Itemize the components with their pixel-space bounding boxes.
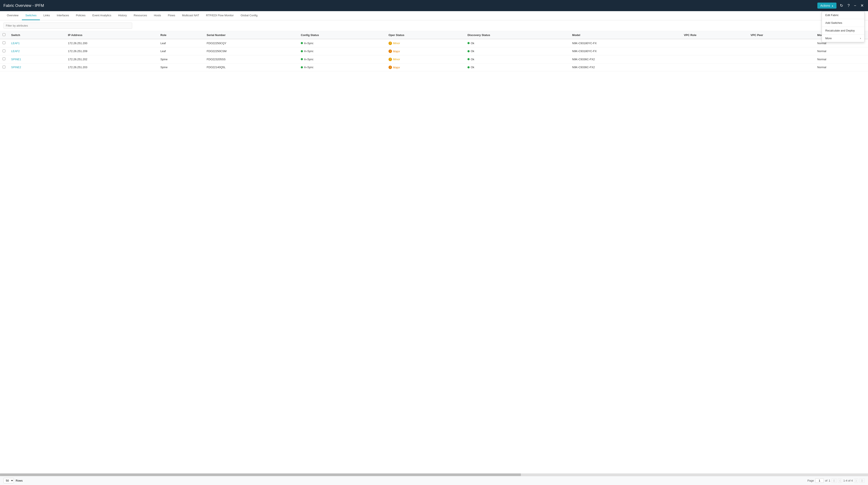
actions-button[interactable]: Actions ▲ <box>817 3 837 8</box>
row-checkbox-cell[interactable] <box>0 39 8 47</box>
switch-name-cell[interactable]: LEAF2 <box>8 47 65 55</box>
col-vpc-peer: VPC Peer <box>748 31 815 39</box>
page-label: Page <box>807 479 814 482</box>
close-button[interactable]: ✕ <box>860 2 865 9</box>
first-page-button[interactable]: ⟨⟨ <box>832 478 837 483</box>
dropdown-item-more[interactable]: More › <box>822 34 864 42</box>
oper-status-badge: ! Minor <box>389 42 400 45</box>
tab-flows[interactable]: Flows <box>164 11 179 20</box>
filter-bar: Actions ▾ <box>0 20 868 31</box>
oper-status-cell: ! Minor <box>386 39 465 47</box>
config-status-dot <box>301 58 303 60</box>
page-controls: Page of 1 ⟨⟨ ⟨ 1-4 of 4 ⟩ ⟩⟩ <box>807 478 865 483</box>
actions-dropdown: Edit Fabric Add Switches Recalculate and… <box>822 11 865 42</box>
tab-rtp-edi[interactable]: RTP/EDI Flow Monitor <box>203 11 237 20</box>
config-status-label: In-Sync <box>304 66 313 69</box>
serial-number-cell: FDO22250CQY <box>204 39 298 47</box>
total-pages: 1 <box>829 479 830 482</box>
tab-interfaces[interactable]: Interfaces <box>54 11 72 20</box>
discovery-status-cell: Ok <box>465 47 569 55</box>
dropdown-item-recalculate-deploy[interactable]: Recalculate and Deploy <box>822 27 864 34</box>
switch-name-cell[interactable]: SPINE1 <box>8 55 65 63</box>
minimize-button[interactable]: − <box>853 3 857 9</box>
discovery-status-badge: Ok <box>467 58 474 61</box>
switch-link[interactable]: LEAF2 <box>11 50 20 53</box>
tab-event-analytics[interactable]: Event Analytics <box>89 11 115 20</box>
ip-address-cell: 172.26.251.203 <box>65 63 158 71</box>
oper-status-label: Minor <box>393 58 400 61</box>
warning-icon: ! <box>389 50 392 53</box>
tab-overview[interactable]: Overview <box>3 11 22 20</box>
col-switch: Switch <box>8 31 65 39</box>
prev-page-button[interactable]: ⟨ <box>838 478 842 483</box>
switch-link[interactable]: LEAF1 <box>11 42 20 45</box>
model-cell: N9K-C93180YC-FX <box>569 39 681 47</box>
serial-number-cell: FDO22140Q5L <box>204 63 298 71</box>
ip-address-cell: 172.26.251.200 <box>65 39 158 47</box>
discovery-status-dot <box>467 58 470 60</box>
switch-name-cell[interactable]: LEAF1 <box>8 39 65 47</box>
help-button[interactable]: ? <box>846 3 850 9</box>
row-checkbox-cell[interactable] <box>0 55 8 63</box>
model-cell: N9K-C9336C-FX2 <box>569 63 681 71</box>
model-cell: N9K-C93180YC-FX <box>569 47 681 55</box>
rows-label: Rows <box>16 479 23 482</box>
tab-hosts[interactable]: Hosts <box>150 11 164 20</box>
tab-bar: Overview Switches Links Interfaces Polic… <box>0 11 868 20</box>
row-checkbox[interactable] <box>3 50 5 52</box>
switch-name-cell[interactable]: SPINE2 <box>8 63 65 71</box>
rows-per-page-select[interactable]: 50 25 10 <box>3 478 14 483</box>
next-page-button[interactable]: ⟩ <box>854 478 858 483</box>
discovery-status-dot <box>467 50 470 52</box>
ip-address-cell: 172.26.251.202 <box>65 55 158 63</box>
role-cell: Leaf <box>158 39 204 47</box>
last-page-button[interactable]: ⟩⟩ <box>860 478 865 483</box>
refresh-button[interactable]: ↻ <box>839 2 844 9</box>
page-input[interactable] <box>815 478 824 483</box>
tab-resources[interactable]: Resources <box>130 11 150 20</box>
col-config: Config Status <box>298 31 386 39</box>
tab-multicast-nat[interactable]: Multicast NAT <box>179 11 203 20</box>
tab-policies[interactable]: Policies <box>72 11 89 20</box>
row-checkbox-cell[interactable] <box>0 47 8 55</box>
tab-global-config[interactable]: Global Config <box>237 11 261 20</box>
vpc-role-cell <box>681 47 748 55</box>
discovery-status-cell: Ok <box>465 39 569 47</box>
tab-switches[interactable]: Switches <box>22 11 40 20</box>
serial-number-cell: FDO22250CSM <box>204 47 298 55</box>
tab-links[interactable]: Links <box>40 11 53 20</box>
main-content: Overview Switches Links Interfaces Polic… <box>0 11 868 485</box>
table-row: LEAF1 172.26.251.200 Leaf FDO22250CQY In… <box>0 39 868 47</box>
switch-link[interactable]: SPINE1 <box>11 58 21 61</box>
row-checkbox-cell[interactable] <box>0 63 8 71</box>
horizontal-scrollbar[interactable] <box>0 474 868 476</box>
discovery-status-dot <box>467 42 470 44</box>
dropdown-item-edit-fabric[interactable]: Edit Fabric <box>822 11 864 19</box>
of-label: of <box>825 479 828 482</box>
vpc-peer-cell <box>748 55 815 63</box>
config-status-cell: In-Sync <box>298 55 386 63</box>
serial-number-cell: FDO223205SS <box>204 55 298 63</box>
config-status-label: In-Sync <box>304 42 313 45</box>
mode-cell: Normal <box>815 55 868 63</box>
dropdown-item-add-switches[interactable]: Add Switches <box>822 19 864 27</box>
filter-input[interactable] <box>3 23 132 29</box>
rows-select: 50 25 10 Rows <box>3 478 23 483</box>
row-checkbox[interactable] <box>3 41 5 44</box>
scroll-thumb[interactable] <box>0 474 521 476</box>
mode-cell: Normal <box>815 63 868 71</box>
config-status-dot <box>301 42 303 44</box>
discovery-status-label: Ok <box>471 50 474 53</box>
col-model: Model <box>569 31 681 39</box>
config-status-cell: In-Sync <box>298 47 386 55</box>
col-oper: Oper Status <box>386 31 465 39</box>
tab-history[interactable]: History <box>115 11 130 20</box>
row-checkbox[interactable] <box>3 58 5 60</box>
select-all-header[interactable] <box>0 31 8 39</box>
col-serial: Serial Number <box>204 31 298 39</box>
switch-link[interactable]: SPINE2 <box>11 66 21 69</box>
col-role: Role <box>158 31 204 39</box>
page-range: 1-4 of 4 <box>843 479 853 482</box>
row-checkbox[interactable] <box>3 66 5 68</box>
select-all-checkbox[interactable] <box>3 33 5 36</box>
